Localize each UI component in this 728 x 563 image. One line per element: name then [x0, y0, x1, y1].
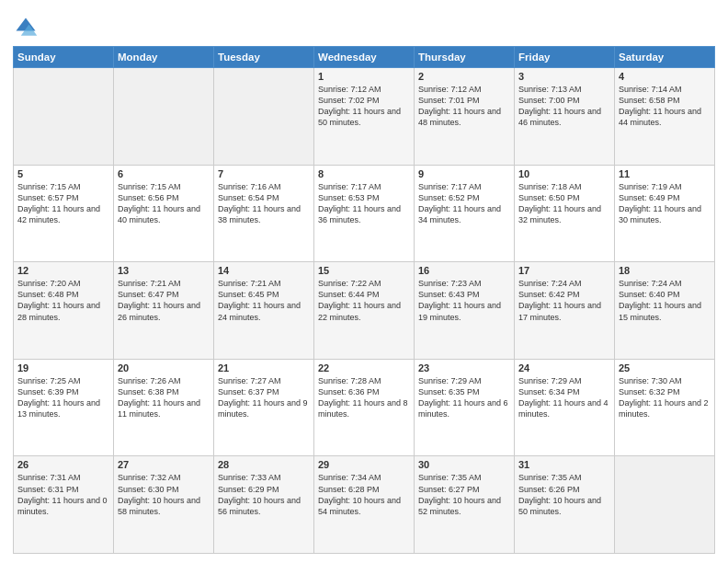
day-number: 23	[418, 362, 510, 373]
day-number: 12	[17, 265, 109, 276]
day-number: 20	[118, 362, 210, 373]
day-cell: 21Sunrise: 7:27 AM Sunset: 6:37 PM Dayli…	[214, 359, 314, 456]
day-info: Sunrise: 7:19 AM Sunset: 6:49 PM Dayligh…	[619, 181, 711, 226]
day-info: Sunrise: 7:27 AM Sunset: 6:37 PM Dayligh…	[218, 375, 310, 420]
day-info: Sunrise: 7:17 AM Sunset: 6:53 PM Dayligh…	[318, 181, 410, 226]
day-number: 18	[619, 265, 711, 276]
day-info: Sunrise: 7:13 AM Sunset: 7:00 PM Dayligh…	[518, 84, 610, 129]
day-info: Sunrise: 7:32 AM Sunset: 6:30 PM Dayligh…	[118, 472, 210, 517]
week-row-4: 26Sunrise: 7:31 AM Sunset: 6:31 PM Dayli…	[14, 456, 715, 554]
day-cell: 27Sunrise: 7:32 AM Sunset: 6:30 PM Dayli…	[114, 456, 214, 554]
day-cell	[114, 68, 214, 166]
day-cell: 8Sunrise: 7:17 AM Sunset: 6:53 PM Daylig…	[314, 165, 415, 262]
day-info: Sunrise: 7:22 AM Sunset: 6:44 PM Dayligh…	[318, 278, 410, 323]
day-number: 10	[518, 168, 610, 179]
day-cell	[615, 456, 715, 554]
logo	[13, 15, 42, 40]
day-info: Sunrise: 7:28 AM Sunset: 6:36 PM Dayligh…	[318, 375, 410, 420]
day-cell: 25Sunrise: 7:30 AM Sunset: 6:32 PM Dayli…	[615, 359, 715, 456]
logo-icon	[13, 15, 39, 40]
day-info: Sunrise: 7:18 AM Sunset: 6:50 PM Dayligh…	[518, 181, 610, 226]
day-number: 7	[218, 168, 310, 179]
day-number: 8	[318, 168, 410, 179]
week-row-3: 19Sunrise: 7:25 AM Sunset: 6:39 PM Dayli…	[14, 359, 715, 456]
day-cell: 18Sunrise: 7:24 AM Sunset: 6:40 PM Dayli…	[615, 262, 715, 360]
day-number: 21	[218, 362, 310, 373]
day-number: 17	[518, 265, 610, 276]
day-info: Sunrise: 7:15 AM Sunset: 6:56 PM Dayligh…	[118, 181, 210, 226]
header	[13, 11, 715, 40]
day-cell: 6Sunrise: 7:15 AM Sunset: 6:56 PM Daylig…	[114, 165, 214, 262]
day-cell	[214, 68, 314, 166]
week-row-2: 12Sunrise: 7:20 AM Sunset: 6:48 PM Dayli…	[14, 262, 715, 360]
day-number: 31	[518, 459, 610, 470]
day-cell: 2Sunrise: 7:12 AM Sunset: 7:01 PM Daylig…	[415, 68, 515, 166]
day-cell: 14Sunrise: 7:21 AM Sunset: 6:45 PM Dayli…	[214, 262, 314, 360]
day-info: Sunrise: 7:26 AM Sunset: 6:38 PM Dayligh…	[118, 375, 210, 420]
day-number: 5	[17, 168, 109, 179]
day-info: Sunrise: 7:17 AM Sunset: 6:52 PM Dayligh…	[418, 181, 510, 226]
day-number: 6	[118, 168, 210, 179]
week-row-0: 1Sunrise: 7:12 AM Sunset: 7:02 PM Daylig…	[14, 68, 715, 166]
day-info: Sunrise: 7:29 AM Sunset: 6:35 PM Dayligh…	[418, 375, 510, 420]
day-cell: 10Sunrise: 7:18 AM Sunset: 6:50 PM Dayli…	[515, 165, 615, 262]
day-cell: 17Sunrise: 7:24 AM Sunset: 6:42 PM Dayli…	[515, 262, 615, 360]
day-number: 15	[318, 265, 410, 276]
day-cell: 15Sunrise: 7:22 AM Sunset: 6:44 PM Dayli…	[314, 262, 415, 360]
weekday-header-friday: Friday	[515, 47, 615, 68]
day-info: Sunrise: 7:30 AM Sunset: 6:32 PM Dayligh…	[619, 375, 711, 420]
weekday-header-thursday: Thursday	[415, 47, 515, 68]
weekday-header-wednesday: Wednesday	[314, 47, 415, 68]
day-info: Sunrise: 7:12 AM Sunset: 7:01 PM Dayligh…	[418, 84, 510, 129]
day-info: Sunrise: 7:12 AM Sunset: 7:02 PM Dayligh…	[318, 84, 410, 129]
day-cell: 3Sunrise: 7:13 AM Sunset: 7:00 PM Daylig…	[515, 68, 615, 166]
day-number: 30	[418, 459, 510, 470]
weekday-header-row: SundayMondayTuesdayWednesdayThursdayFrid…	[14, 47, 715, 68]
day-cell	[14, 68, 114, 166]
day-cell: 20Sunrise: 7:26 AM Sunset: 6:38 PM Dayli…	[114, 359, 214, 456]
day-cell: 13Sunrise: 7:21 AM Sunset: 6:47 PM Dayli…	[114, 262, 214, 360]
day-number: 28	[218, 459, 310, 470]
day-number: 1	[318, 71, 410, 82]
day-cell: 7Sunrise: 7:16 AM Sunset: 6:54 PM Daylig…	[214, 165, 314, 262]
day-number: 26	[17, 459, 109, 470]
day-number: 22	[318, 362, 410, 373]
day-number: 24	[518, 362, 610, 373]
day-cell: 19Sunrise: 7:25 AM Sunset: 6:39 PM Dayli…	[14, 359, 114, 456]
day-info: Sunrise: 7:21 AM Sunset: 6:45 PM Dayligh…	[218, 278, 310, 323]
day-info: Sunrise: 7:24 AM Sunset: 6:42 PM Dayligh…	[518, 278, 610, 323]
day-info: Sunrise: 7:15 AM Sunset: 6:57 PM Dayligh…	[17, 181, 109, 226]
calendar-table: SundayMondayTuesdayWednesdayThursdayFrid…	[13, 46, 715, 554]
day-info: Sunrise: 7:16 AM Sunset: 6:54 PM Dayligh…	[218, 181, 310, 226]
day-info: Sunrise: 7:29 AM Sunset: 6:34 PM Dayligh…	[518, 375, 610, 420]
day-info: Sunrise: 7:31 AM Sunset: 6:31 PM Dayligh…	[17, 472, 109, 517]
day-number: 16	[418, 265, 510, 276]
day-cell: 12Sunrise: 7:20 AM Sunset: 6:48 PM Dayli…	[14, 262, 114, 360]
page: SundayMondayTuesdayWednesdayThursdayFrid…	[0, 0, 728, 563]
day-number: 2	[418, 71, 510, 82]
weekday-header-saturday: Saturday	[615, 47, 715, 68]
day-number: 25	[619, 362, 711, 373]
day-cell: 29Sunrise: 7:34 AM Sunset: 6:28 PM Dayli…	[314, 456, 415, 554]
day-cell: 24Sunrise: 7:29 AM Sunset: 6:34 PM Dayli…	[515, 359, 615, 456]
day-number: 13	[118, 265, 210, 276]
day-info: Sunrise: 7:34 AM Sunset: 6:28 PM Dayligh…	[318, 472, 410, 517]
weekday-header-sunday: Sunday	[14, 47, 114, 68]
day-number: 3	[518, 71, 610, 82]
day-cell: 16Sunrise: 7:23 AM Sunset: 6:43 PM Dayli…	[415, 262, 515, 360]
day-number: 9	[418, 168, 510, 179]
day-cell: 31Sunrise: 7:35 AM Sunset: 6:26 PM Dayli…	[515, 456, 615, 554]
day-cell: 30Sunrise: 7:35 AM Sunset: 6:27 PM Dayli…	[415, 456, 515, 554]
day-number: 11	[619, 168, 711, 179]
day-cell: 26Sunrise: 7:31 AM Sunset: 6:31 PM Dayli…	[14, 456, 114, 554]
day-cell: 5Sunrise: 7:15 AM Sunset: 6:57 PM Daylig…	[14, 165, 114, 262]
day-info: Sunrise: 7:23 AM Sunset: 6:43 PM Dayligh…	[418, 278, 510, 323]
day-info: Sunrise: 7:25 AM Sunset: 6:39 PM Dayligh…	[17, 375, 109, 420]
day-cell: 22Sunrise: 7:28 AM Sunset: 6:36 PM Dayli…	[314, 359, 415, 456]
week-row-1: 5Sunrise: 7:15 AM Sunset: 6:57 PM Daylig…	[14, 165, 715, 262]
day-number: 14	[218, 265, 310, 276]
day-info: Sunrise: 7:24 AM Sunset: 6:40 PM Dayligh…	[619, 278, 711, 323]
day-cell: 1Sunrise: 7:12 AM Sunset: 7:02 PM Daylig…	[314, 68, 415, 166]
day-info: Sunrise: 7:35 AM Sunset: 6:26 PM Dayligh…	[518, 472, 610, 517]
day-number: 29	[318, 459, 410, 470]
